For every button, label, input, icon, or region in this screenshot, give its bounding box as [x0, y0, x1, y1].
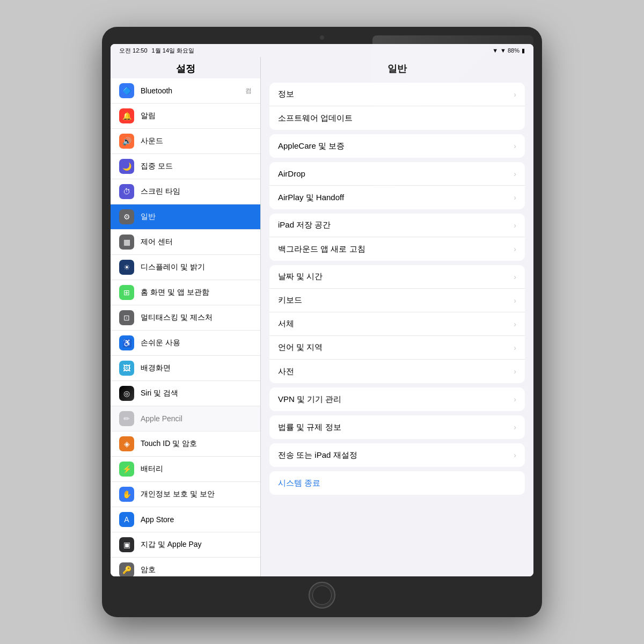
- sidebar-item-accessibility[interactable]: ♿손쉬운 사용: [111, 331, 260, 356]
- settings-row-label-3-1: 백그라운드 앱 새로 고침: [278, 244, 509, 254]
- settings-row-6-0[interactable]: 법률 및 규제 정보›: [269, 415, 525, 439]
- settings-group-1: AppleCare 및 보증›: [269, 134, 525, 158]
- multitask-icon: ⊡: [119, 310, 134, 325]
- accessibility-label: 손쉬운 사용: [141, 338, 180, 348]
- settings-row-label-2-1: AirPlay 및 Handoff: [278, 193, 509, 203]
- settings-row-8-0[interactable]: 시스템 종료: [269, 471, 525, 495]
- screentime-label: 스크린 타임: [141, 187, 180, 196]
- settings-row-3-1[interactable]: 백그라운드 앱 새로 고침›: [269, 237, 525, 261]
- pencil-icon: ✏: [119, 411, 134, 426]
- battery-label: 배터리: [141, 464, 163, 474]
- settings-row-4-2[interactable]: 서체›: [269, 312, 525, 336]
- sidebar: 설정 🔷Bluetooth켬🔔알림🔊사운드🌙집중 모드⏱스크린 타임⚙일반▦제어…: [111, 57, 261, 576]
- sidebar-item-appstore[interactable]: AApp Store: [111, 507, 260, 532]
- sidebar-item-general[interactable]: ⚙일반: [111, 204, 260, 230]
- settings-row-0-1[interactable]: 소프트웨어 업데이트: [269, 106, 525, 130]
- settings-row-label-6-0: 법률 및 규제 정보: [278, 422, 509, 433]
- sidebar-item-control[interactable]: ▦제어 센터: [111, 230, 260, 255]
- sidebar-item-battery[interactable]: ⚡배터리: [111, 457, 260, 482]
- privacy-label: 개인정보 보호 및 보안: [141, 489, 215, 499]
- battery-icon: ▮: [522, 47, 525, 54]
- wallet-label: 지갑 및 Apple Pay: [141, 540, 202, 550]
- right-panel-title: 일반: [261, 57, 533, 78]
- wallpaper-icon: 🖼: [119, 361, 134, 376]
- general-icon: ⚙: [119, 209, 134, 224]
- settings-row-label-7-0: 전송 또는 iPad 재설정: [278, 450, 509, 460]
- sound-icon: 🔊: [119, 134, 134, 149]
- settings-row-1-0[interactable]: AppleCare 및 보증›: [269, 134, 525, 158]
- privacy-icon: ✋: [119, 487, 134, 502]
- settings-row-4-0[interactable]: 날짜 및 시간›: [269, 265, 525, 289]
- settings-row-label-0-1: 소프트웨어 업데이트: [278, 113, 516, 123]
- sidebar-item-siri[interactable]: ◎Siri 및 검색: [111, 381, 260, 406]
- home-button[interactable]: [309, 582, 335, 609]
- siri-label: Siri 및 검색: [141, 389, 178, 398]
- control-icon: ▦: [119, 235, 134, 250]
- general-label: 일반: [141, 212, 156, 222]
- sidebar-item-wallpaper[interactable]: 🖼배경화면: [111, 356, 260, 381]
- sidebar-item-focus[interactable]: 🌙집중 모드: [111, 154, 260, 179]
- password-icon: 🔑: [119, 562, 134, 576]
- touchid-label: Touch ID 및 암호: [141, 439, 197, 449]
- sidebar-item-sound[interactable]: 🔊사운드: [111, 129, 260, 154]
- sidebar-item-display[interactable]: ☀디스플레이 및 밝기: [111, 255, 260, 280]
- control-label: 제어 센터: [141, 237, 173, 247]
- bluetooth-label: Bluetooth: [141, 86, 172, 95]
- sidebar-item-screentime[interactable]: ⏱스크린 타임: [111, 179, 260, 204]
- settings-group-5: VPN 및 기기 관리›: [269, 387, 525, 411]
- sidebar-item-home[interactable]: ⊞홈 화면 및 앱 보관함: [111, 280, 260, 305]
- bluetooth-icon: 🔷: [119, 83, 134, 98]
- settings-row-4-4[interactable]: 사전›: [269, 360, 525, 383]
- display-label: 디스플레이 및 밝기: [141, 262, 205, 272]
- status-left: 오전 12:50 1월 14일 화요일: [119, 47, 194, 55]
- bluetooth-badge: 켬: [245, 86, 252, 96]
- settings-row-4-1[interactable]: 키보드›: [269, 289, 525, 312]
- settings-row-4-3[interactable]: 언어 및 지역›: [269, 336, 525, 360]
- focus-label: 집중 모드: [141, 162, 173, 171]
- settings-row-2-1[interactable]: AirPlay 및 Handoff›: [269, 186, 525, 209]
- pencil-label: Apple Pencil: [141, 414, 182, 423]
- sidebar-item-multitask[interactable]: ⊡멀티태스킹 및 제스처: [111, 305, 260, 331]
- settings-group-4: 날짜 및 시간›키보드›서체›언어 및 지역›사전›: [269, 265, 525, 383]
- chevron-icon-2-1: ›: [514, 193, 516, 202]
- settings-group-6: 법률 및 규제 정보›: [269, 415, 525, 439]
- sidebar-item-touchid[interactable]: ◈Touch ID 및 암호: [111, 431, 260, 457]
- sidebar-item-password[interactable]: 🔑암호: [111, 558, 260, 576]
- chevron-icon-0-0: ›: [514, 90, 516, 99]
- chevron-icon-3-0: ›: [514, 221, 516, 230]
- accessibility-icon: ♿: [119, 335, 134, 350]
- chevron-icon-6-0: ›: [514, 423, 516, 431]
- settings-row-7-0[interactable]: 전송 또는 iPad 재설정›: [269, 443, 525, 467]
- settings-row-label-2-0: AirDrop: [278, 169, 509, 178]
- chevron-icon-4-4: ›: [514, 367, 516, 376]
- sidebar-list: 🔷Bluetooth켬🔔알림🔊사운드🌙집중 모드⏱스크린 타임⚙일반▦제어 센터…: [111, 78, 260, 576]
- chevron-icon-3-1: ›: [514, 245, 516, 253]
- settings-row-5-0[interactable]: VPN 및 기기 관리›: [269, 387, 525, 411]
- settings-row-label-4-1: 키보드: [278, 295, 509, 305]
- settings-row-label-4-0: 날짜 및 시간: [278, 272, 509, 282]
- right-panel-content: 정보›소프트웨어 업데이트AppleCare 및 보증›AirDrop›AirP…: [261, 83, 533, 495]
- chevron-icon-4-3: ›: [514, 343, 516, 352]
- battery-icon: ⚡: [119, 462, 134, 477]
- chevron-icon-4-2: ›: [514, 320, 516, 328]
- settings-row-2-0[interactable]: AirDrop›: [269, 162, 525, 186]
- sidebar-item-wallet[interactable]: ▣지갑 및 Apple Pay: [111, 532, 260, 558]
- appstore-label: App Store: [141, 515, 174, 524]
- time-display: 오전 12:50: [119, 47, 148, 55]
- touchid-icon: ◈: [119, 436, 134, 451]
- alarm-label: 알림: [141, 111, 156, 121]
- settings-row-3-0[interactable]: iPad 저장 공간›: [269, 214, 525, 237]
- sidebar-item-pencil[interactable]: ✏Apple Pencil: [111, 406, 260, 431]
- date-display: 1월 14일 화요일: [152, 47, 194, 55]
- multitask-label: 멀티태스킹 및 제스처: [141, 313, 213, 323]
- settings-row-label-4-2: 서체: [278, 319, 509, 329]
- status-right: ▼ ▼ 88% ▮: [492, 47, 525, 54]
- home-icon: ⊞: [119, 285, 134, 300]
- settings-row-0-0[interactable]: 정보›: [269, 83, 525, 106]
- sidebar-item-alarm[interactable]: 🔔알림: [111, 104, 260, 129]
- sidebar-item-privacy[interactable]: ✋개인정보 보호 및 보안: [111, 482, 260, 507]
- sidebar-item-bluetooth[interactable]: 🔷Bluetooth켬: [111, 78, 260, 104]
- settings-row-label-8-0: 시스템 종료: [278, 478, 516, 488]
- right-panel: 일반 정보›소프트웨어 업데이트AppleCare 및 보증›AirDrop›A…: [261, 57, 533, 576]
- wallet-icon: ▣: [119, 537, 134, 552]
